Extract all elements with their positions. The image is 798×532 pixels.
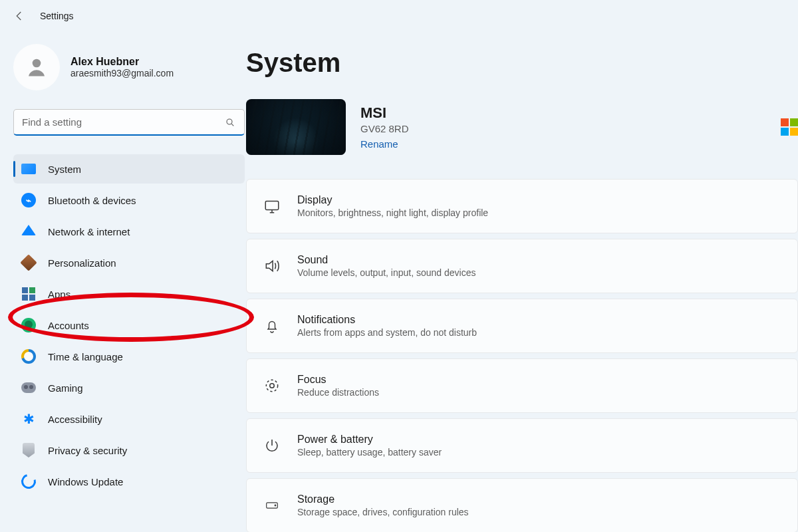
sidebar-item-bluetooth-devices[interactable]: ⌁Bluetooth & devices [13,186,245,215]
accounts-icon [21,318,36,332]
account-email: araesmith93@gmail.com [70,68,174,78]
sidebar-item-label: Network & internet [48,226,130,237]
sidebar-item-label: System [48,164,81,175]
display-icon [263,197,281,215]
card-subtitle: Alerts from apps and system, do not dist… [297,327,477,338]
device-name: MSI [360,104,409,122]
svg-rect-2 [265,201,279,209]
sidebar-item-personalization[interactable]: Personalization [13,248,245,277]
device-row: MSI GV62 8RD Rename [246,99,798,155]
card-text: FocusReduce distractions [297,374,379,398]
update-icon [21,474,36,489]
wallpaper-thumbnail[interactable] [246,99,346,155]
card-display[interactable]: DisplayMonitors, brightness, night light… [246,179,798,233]
sidebar-nav: System⌁Bluetooth & devicesNetwork & inte… [13,154,246,496]
notifications-icon [263,317,281,335]
sidebar-item-accounts[interactable]: Accounts [13,311,245,340]
settings-cards: DisplayMonitors, brightness, night light… [246,179,798,532]
svg-point-3 [270,384,275,388]
sidebar-item-gaming[interactable]: Gaming [13,373,245,402]
card-storage[interactable]: StorageStorage space, drives, configurat… [246,478,798,532]
sidebar: Alex Huebner araesmith93@gmail.com Syste… [0,32,246,532]
main-panel: System MSI GV62 8RD Rename DisplayMonito… [246,32,798,532]
storage-icon [263,496,281,515]
card-text: Power & batterySleep, battery usage, bat… [297,434,442,458]
svg-point-0 [33,59,41,68]
svg-point-6 [275,505,276,506]
sidebar-item-apps[interactable]: Apps [13,279,245,309]
card-subtitle: Storage space, drives, configuration rul… [297,507,469,517]
search-input[interactable] [13,109,245,136]
card-power-battery[interactable]: Power & batterySleep, battery usage, bat… [246,418,798,473]
account-name: Alex Huebner [70,56,174,68]
card-title: Focus [297,374,379,386]
svg-point-4 [266,380,277,391]
power-icon [263,436,281,455]
privacy-icon [21,443,36,458]
card-title: Power & battery [297,434,442,446]
network-icon [21,224,36,239]
card-subtitle: Reduce distractions [297,387,379,398]
card-focus[interactable]: FocusReduce distractions [246,358,798,413]
sidebar-item-label: Apps [48,289,70,300]
back-button[interactable] [13,10,25,22]
card-subtitle: Volume levels, output, input, sound devi… [297,267,476,278]
titlebar: Settings [0,0,798,32]
sidebar-item-system[interactable]: System [13,154,245,184]
apps-icon [21,287,36,301]
sidebar-item-accessibility[interactable]: ✱Accessibility [13,404,245,434]
sidebar-item-windows-update[interactable]: Windows Update [13,467,245,496]
bluetooth-icon: ⌁ [21,193,36,207]
card-text: SoundVolume levels, output, input, sound… [297,254,476,278]
sidebar-item-time-language[interactable]: Time & language [13,342,245,371]
sidebar-item-label: Personalization [48,257,116,269]
card-title: Notifications [297,314,477,326]
svg-point-1 [227,119,232,124]
search-icon [225,117,235,128]
focus-icon [263,376,281,395]
card-subtitle: Sleep, battery usage, battery saver [297,447,442,458]
gaming-icon [21,380,36,395]
device-model: GV62 8RD [360,123,409,134]
sidebar-item-label: Bluetooth & devices [48,195,136,206]
sidebar-item-network-internet[interactable]: Network & internet [13,217,245,246]
sidebar-item-label: Privacy & security [48,445,127,456]
system-icon [21,162,36,176]
sidebar-item-label: Accessibility [48,414,102,425]
device-info: MSI GV62 8RD Rename [360,104,409,150]
account-block[interactable]: Alex Huebner araesmith93@gmail.com [13,44,246,90]
app-title: Settings [40,11,74,21]
page-title: System [246,48,798,78]
search-wrap [13,109,245,136]
rename-link[interactable]: Rename [360,138,398,150]
card-text: DisplayMonitors, brightness, night light… [297,194,488,218]
sidebar-item-privacy-security[interactable]: Privacy & security [13,436,245,465]
sidebar-item-label: Accounts [48,320,89,331]
time-language-icon [21,349,36,364]
card-title: Display [297,194,488,206]
sidebar-item-label: Windows Update [48,476,123,487]
avatar [13,44,60,90]
card-subtitle: Monitors, brightness, night light, displ… [297,207,488,218]
sidebar-item-label: Gaming [48,382,83,394]
card-notifications[interactable]: NotificationsAlerts from apps and system… [246,299,798,353]
card-text: StorageStorage space, drives, configurat… [297,493,469,517]
card-title: Storage [297,493,469,505]
card-title: Sound [297,254,476,266]
accessibility-icon: ✱ [21,412,36,426]
personalization-icon [21,255,36,270]
sound-icon [263,257,281,275]
sidebar-item-label: Time & language [48,351,123,362]
card-text: NotificationsAlerts from apps and system… [297,314,477,338]
microsoft-logo-icon[interactable] [781,118,798,136]
card-sound[interactable]: SoundVolume levels, output, input, sound… [246,239,798,293]
